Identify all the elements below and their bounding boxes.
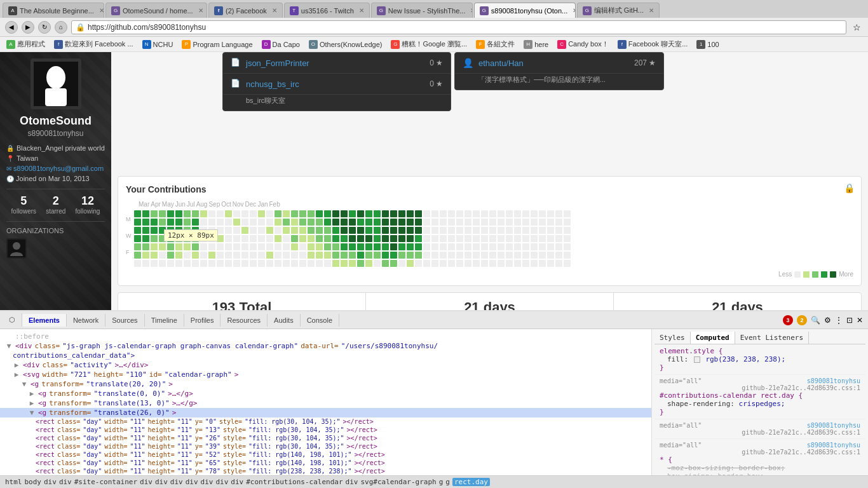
calendar-day-53[interactable] <box>192 243 199 250</box>
calendar-day-183[interactable] <box>349 219 356 226</box>
calendar-day-29[interactable] <box>167 219 174 226</box>
calendar-day-185[interactable] <box>349 235 356 242</box>
devtools-tab-resources[interactable]: Resources <box>220 314 268 327</box>
calendar-day-202[interactable] <box>365 260 372 267</box>
calendar-day-370[interactable] <box>564 260 571 267</box>
calendar-day-9[interactable] <box>142 227 149 234</box>
calendar-day-133[interactable] <box>291 210 298 217</box>
calendar-day-240[interactable] <box>415 227 422 234</box>
calendar-day-199[interactable] <box>365 235 372 242</box>
calendar-day-258[interactable] <box>431 260 438 267</box>
bc-contributions-calendar[interactable]: #contributions-calendar <box>246 478 342 486</box>
calendar-day-41[interactable] <box>175 260 182 267</box>
calendar-day-190[interactable] <box>357 219 364 226</box>
calendar-day-151[interactable] <box>308 243 315 250</box>
devtools-close-icon[interactable]: ✕ <box>857 316 863 325</box>
calendar-day-267[interactable] <box>448 219 455 226</box>
bc-div8[interactable]: div <box>215 478 228 486</box>
code-line-svg[interactable]: ▶ <svg width="721" height="110" id="cale… <box>0 370 651 379</box>
calendar-day-224[interactable] <box>398 210 405 217</box>
calendar-day-141[interactable] <box>299 219 306 226</box>
calendar-day-131[interactable] <box>283 252 290 259</box>
calendar-day-172[interactable] <box>332 243 339 250</box>
calendar-day-81[interactable] <box>225 243 232 250</box>
calendar-day-312[interactable] <box>498 243 505 250</box>
calendar-day-162[interactable] <box>324 219 331 226</box>
reload-button[interactable]: ↻ <box>38 21 51 34</box>
calendar-day-238[interactable] <box>415 210 422 217</box>
calendar-day-119[interactable] <box>275 210 281 217</box>
calendar-day-10[interactable] <box>142 235 149 242</box>
calendar-day-61[interactable] <box>200 252 207 259</box>
calendar-day-99[interactable] <box>250 219 257 226</box>
calendar-day-338[interactable] <box>531 227 538 234</box>
bc-g2[interactable]: g <box>445 478 450 486</box>
devtools-undock-icon[interactable]: ⊡ <box>846 316 853 325</box>
calendar-day-307[interactable] <box>489 260 496 267</box>
calendar-day-317[interactable] <box>506 227 513 234</box>
calendar-day-260[interactable] <box>440 219 447 226</box>
calendar-day-1[interactable] <box>134 219 141 226</box>
repo-name-1[interactable]: json_FormPrinter <box>246 58 424 68</box>
calendar-day-217[interactable] <box>390 210 397 217</box>
calendar-day-214[interactable] <box>382 243 389 250</box>
calendar-day-357[interactable] <box>555 210 562 217</box>
calendar-day-290[interactable] <box>473 235 480 242</box>
calendar-day-90[interactable] <box>233 260 240 267</box>
calendar-day-84[interactable] <box>233 210 240 217</box>
bc-g1[interactable]: g <box>439 478 444 486</box>
dropdown-user-item[interactable]: 👤 ethantu/Han 207 ★ <box>455 53 663 74</box>
calendar-day-20[interactable] <box>151 260 158 267</box>
tab-github-profile[interactable]: G s890081tonyhsu (Oton... ✕ <box>474 3 576 18</box>
calendar-day-361[interactable] <box>555 243 562 250</box>
calendar-day-154[interactable] <box>316 210 323 217</box>
calendar-day-278[interactable] <box>456 252 463 259</box>
calendar-day-318[interactable] <box>506 235 513 242</box>
calendar-day-319[interactable] <box>506 243 513 250</box>
calendar-day-230[interactable] <box>398 260 405 267</box>
elements-panel[interactable]: ::before ▼ <div class="js-graph js-calen… <box>0 329 652 475</box>
calendar-day-335[interactable] <box>522 260 529 267</box>
bc-div5[interactable]: div <box>170 478 183 486</box>
calendar-day-236[interactable] <box>407 252 414 259</box>
calendar-day-265[interactable] <box>440 260 447 267</box>
tab-close-5[interactable]: ✕ <box>470 7 472 14</box>
calendar-day-103[interactable] <box>250 252 257 259</box>
calendar-day-227[interactable] <box>398 235 405 242</box>
calendar-day-54[interactable] <box>192 252 199 259</box>
devtools-overflow-icon[interactable]: ⋮ <box>835 316 843 325</box>
calendar-day-169[interactable] <box>332 219 339 226</box>
calendar-day-323[interactable] <box>514 219 521 226</box>
calendar-day-89[interactable] <box>233 252 240 259</box>
calendar-day-130[interactable] <box>283 243 290 250</box>
calendar-day-328[interactable] <box>514 260 521 267</box>
calendar-day-197[interactable] <box>365 219 372 226</box>
calendar-day-63[interactable] <box>208 210 215 217</box>
calendar-day-177[interactable] <box>341 227 348 234</box>
calendar-day-2[interactable] <box>134 227 141 234</box>
styles-tab-styles[interactable]: Styles <box>654 332 691 344</box>
bookmark-star[interactable]: ☆ <box>850 21 863 34</box>
calendar-day-218[interactable] <box>390 219 397 226</box>
forward-button[interactable]: ▶ <box>22 21 34 34</box>
calendar-day-351[interactable] <box>547 219 554 226</box>
calendar-day-215[interactable] <box>382 252 389 259</box>
calendar-day-369[interactable] <box>564 252 571 259</box>
calendar-day-367[interactable] <box>564 235 571 242</box>
calendar-day-293[interactable] <box>473 260 480 267</box>
calendar-day-100[interactable] <box>250 227 257 234</box>
calendar-day-241[interactable] <box>415 235 422 242</box>
calendar-day-108[interactable] <box>258 235 265 242</box>
calendar-day-83[interactable] <box>225 260 232 267</box>
calendar-day-256[interactable] <box>431 243 438 250</box>
dropdown-username[interactable]: ethantu/Han <box>478 58 629 68</box>
calendar-day-157[interactable] <box>316 235 323 242</box>
rect-day-65[interactable]: <rect class="day" width="11" height="11"… <box>0 459 651 467</box>
bc-div4[interactable]: div <box>155 478 168 486</box>
calendar-day-294[interactable] <box>481 210 488 217</box>
calendar-day-356[interactable] <box>547 260 554 267</box>
calendar-day-0[interactable] <box>134 210 141 217</box>
calendar-day-247[interactable] <box>423 227 430 234</box>
calendar-day-126[interactable] <box>283 210 290 217</box>
calendar-day-80[interactable] <box>225 235 232 242</box>
